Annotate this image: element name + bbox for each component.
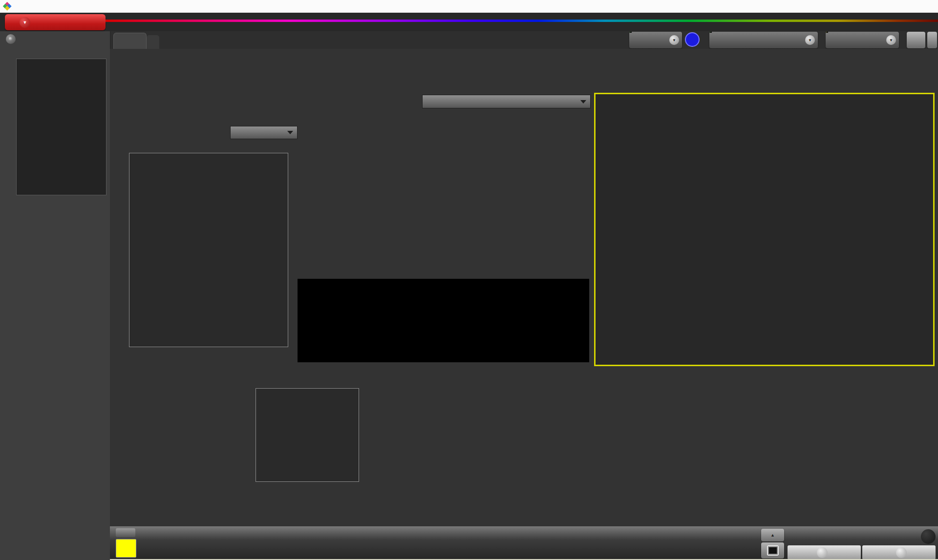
pattern-generator-chevron-icon[interactable]: ▼	[805, 35, 815, 45]
calman-menu-chevron-icon[interactable]: ▼	[20, 17, 30, 28]
meter-dropdown-chevron-icon[interactable]: ▼	[669, 35, 679, 45]
rainbow-accent-strip	[106, 20, 938, 22]
title-bar	[0, 0, 938, 13]
meter-status-indicator	[629, 32, 632, 33]
add-tab-button[interactable]	[147, 35, 159, 49]
minimize-icon[interactable]	[871, 0, 893, 13]
sidebar	[0, 31, 110, 560]
pattern-generator-status-indicator	[709, 32, 712, 33]
pattern-bar-expand-button[interactable]	[116, 528, 135, 537]
sidebar-collapse-button[interactable]	[96, 34, 107, 44]
de-formula-chevron-down-icon	[287, 131, 293, 134]
cie-1976-panel	[594, 93, 935, 366]
next-button[interactable]	[862, 545, 936, 560]
toolbar-collapse-button[interactable]	[927, 32, 937, 48]
app-window: ▼ ▼ ▼ ▼	[0, 0, 938, 560]
actual-target-swatch-strip	[298, 279, 589, 362]
maximize-icon[interactable]	[893, 0, 916, 13]
app-header: ▼	[0, 13, 938, 31]
display-control-status-indicator	[826, 32, 828, 33]
calman-app-icon	[3, 2, 12, 11]
display-control-dropdown[interactable]: ▼	[826, 32, 899, 48]
status-orb	[921, 529, 936, 544]
deltae-chart	[129, 153, 288, 347]
meter-reading-badge[interactable]	[685, 32, 700, 47]
levels-select[interactable]	[422, 95, 591, 108]
main-content	[110, 49, 938, 526]
pattern-window-up-button[interactable]: ▲	[761, 529, 784, 541]
pattern-window-button[interactable]	[761, 542, 784, 559]
next-chevrons-icon	[896, 547, 907, 558]
pattern-window-icon	[767, 545, 779, 556]
workflow-tree	[16, 59, 107, 195]
tab-row: ▼ ▼ ▼	[0, 31, 938, 49]
close-icon[interactable]	[916, 0, 938, 13]
pattern-generator-dropdown[interactable]: ▼	[709, 32, 818, 48]
display-control-chevron-icon[interactable]: ▼	[886, 35, 896, 45]
settings-button[interactable]	[907, 32, 925, 48]
back-button[interactable]	[788, 545, 861, 560]
tab-history-1[interactable]	[113, 33, 147, 49]
rgb-balance-chart	[256, 388, 359, 482]
current-pattern-swatch[interactable]	[116, 539, 136, 558]
de-formula-select[interactable]	[230, 126, 298, 139]
levels-chevron-down-icon	[580, 100, 586, 104]
meter-dropdown[interactable]: ▼	[629, 32, 682, 48]
calman-menu-button[interactable]: ▼	[5, 14, 106, 30]
sidebar-orb-button[interactable]	[6, 34, 16, 44]
pattern-bar: ▲	[110, 526, 938, 560]
cie-chromaticity-diagram	[612, 101, 938, 365]
back-chevrons-icon	[817, 547, 828, 558]
